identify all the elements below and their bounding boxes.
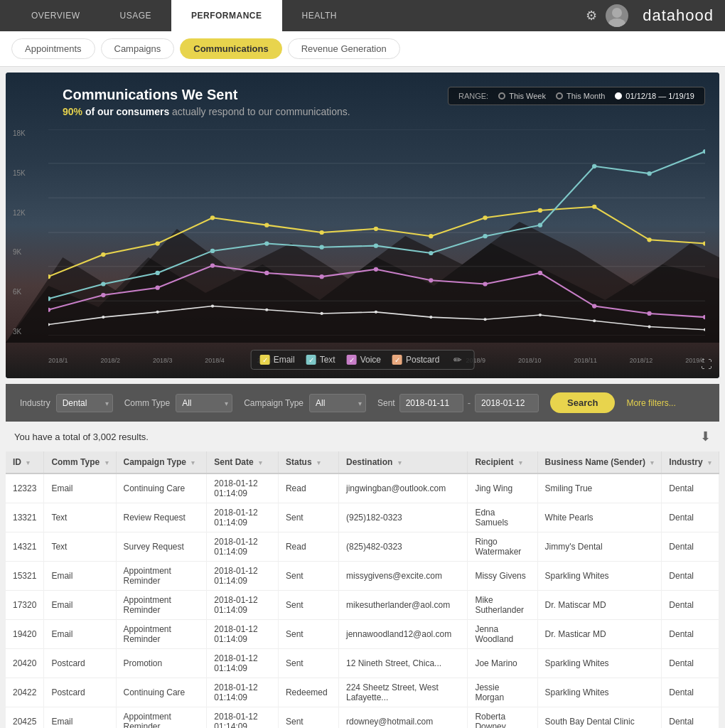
chart-subtitle-text: of our consumers <box>85 106 169 117</box>
svg-point-13 <box>155 241 159 245</box>
edit-legend-icon[interactable]: ✏ <box>451 354 465 365</box>
col-recipient[interactable]: Recipient ▾ <box>468 451 537 473</box>
col-sent-date[interactable]: Sent Date ▾ <box>207 451 279 473</box>
svg-point-56 <box>375 311 377 314</box>
range-date-range[interactable]: 01/12/18 — 1/19/19 <box>615 92 694 100</box>
cell-sent-date: 2018-01-12 01:14:09 <box>207 620 279 649</box>
col-industry[interactable]: Industry ▾ <box>662 451 719 473</box>
date-from-input[interactable] <box>399 394 463 412</box>
search-button[interactable]: Search <box>550 392 615 413</box>
tab-communications[interactable]: Communications <box>180 38 281 59</box>
cell-status: Sent <box>278 707 338 729</box>
svg-point-48 <box>647 311 651 316</box>
campaign-type-filter: Campaign Type All <box>244 394 366 412</box>
legend-voice[interactable]: ✓ Voice <box>347 355 381 365</box>
avatar[interactable] <box>606 4 628 27</box>
col-destination[interactable]: Destination ▾ <box>339 451 468 473</box>
svg-point-50 <box>48 323 50 326</box>
legend-text[interactable]: ✓ Text <box>306 355 335 365</box>
cell-recipient: Jenna Woodland <box>468 620 537 649</box>
col-business[interactable]: Business Name (Sender) ▾ <box>537 451 662 473</box>
svg-point-17 <box>374 227 378 231</box>
cell-comm-type: Email <box>44 620 116 649</box>
svg-point-0 <box>612 8 622 18</box>
tab-campaigns[interactable]: Campaigns <box>101 38 175 59</box>
nav-usage[interactable]: USAGE <box>100 0 171 31</box>
table-row: 19420 Email Appointment Reminder 2018-01… <box>6 620 719 649</box>
svg-point-33 <box>538 223 542 228</box>
x-label-10: 2018/10 <box>518 357 542 364</box>
tab-appointments[interactable]: Appointments <box>11 38 95 59</box>
cell-comm-type: Text <box>44 503 116 532</box>
range-date-range-label: 01/12/18 — 1/19/19 <box>625 92 694 100</box>
sent-date-filter: Sent - <box>377 394 539 412</box>
campaign-type-select[interactable]: All <box>309 394 366 412</box>
x-label-11: 2018/11 <box>574 357 597 364</box>
legend-email[interactable]: ✓ Email <box>260 355 295 365</box>
legend-postcard[interactable]: ✓ Postcard <box>392 355 439 365</box>
svg-point-59 <box>539 314 542 316</box>
y-label-6k: 6K <box>13 288 26 296</box>
industry-filter: Industry Dental <box>20 394 113 412</box>
gear-icon[interactable]: ⚙ <box>586 8 597 23</box>
svg-point-37 <box>48 308 50 312</box>
download-icon[interactable]: ⬇ <box>700 429 711 444</box>
more-filters-link[interactable]: More filters... <box>626 398 675 408</box>
comm-type-select[interactable]: All <box>176 394 232 412</box>
range-this-month[interactable]: This Month <box>556 92 605 100</box>
range-this-month-label: This Month <box>566 92 605 100</box>
x-label-1: 2018/1 <box>48 357 68 364</box>
svg-point-49 <box>703 315 705 319</box>
legend-email-label: Email <box>274 355 295 365</box>
svg-point-39 <box>155 286 159 290</box>
nav-health[interactable]: HEALTH <box>282 0 357 31</box>
svg-point-46 <box>538 271 542 275</box>
col-comm-type[interactable]: Comm Type ▾ <box>44 451 116 473</box>
y-label-9k: 9K <box>13 248 26 256</box>
cell-id: 17320 <box>6 591 44 620</box>
chart-legend: ✓ Email ✓ Text ✓ Voice ✓ Postcard ✏ <box>251 350 475 370</box>
svg-point-14 <box>210 215 215 220</box>
tab-revenue-generation[interactable]: Revenue Generation <box>288 38 400 59</box>
cell-comm-type: Email <box>44 707 116 729</box>
radio-date-range <box>615 92 622 100</box>
cell-comm-type: Email <box>44 473 116 503</box>
cell-campaign-type: Continuing Care <box>116 473 207 503</box>
data-table-container: ID ▾ Comm Type ▾ Campaign Type ▾ Sent Da… <box>6 451 719 728</box>
cell-recipient: Mike Sutherlander <box>468 591 537 620</box>
svg-point-25 <box>101 282 105 286</box>
table-row: 17320 Email Appointment Reminder 2018-01… <box>6 591 719 620</box>
date-to-input[interactable] <box>475 394 539 412</box>
cell-campaign-type: Appointment Reminder <box>116 591 207 620</box>
cell-comm-type: Postcard <box>44 649 116 678</box>
legend-postcard-label: Postcard <box>406 355 439 365</box>
svg-point-26 <box>155 271 159 275</box>
cell-destination: (925)182-0323 <box>339 503 468 532</box>
industry-select[interactable]: Dental <box>56 394 113 412</box>
cell-campaign-type: Promotion <box>116 649 207 678</box>
nav-overview[interactable]: OVERVIEW <box>11 0 100 31</box>
svg-point-35 <box>647 171 651 176</box>
table-header: ID ▾ Comm Type ▾ Campaign Type ▾ Sent Da… <box>6 451 719 473</box>
chart-subtitle: 90% of our consumers actually respond to… <box>63 106 698 117</box>
col-id[interactable]: ID ▾ <box>6 451 44 473</box>
cell-industry: Dental <box>662 591 719 620</box>
col-campaign-type[interactable]: Campaign Type ▾ <box>116 451 207 473</box>
cell-business: Dr. Masticar MD <box>537 620 662 649</box>
range-this-week[interactable]: This Week <box>498 92 546 100</box>
cell-sent-date: 2018-01-12 01:14:09 <box>207 532 279 562</box>
svg-point-57 <box>429 316 432 318</box>
cell-industry: Dental <box>662 649 719 678</box>
campaign-type-label: Campaign Type <box>244 398 304 408</box>
cell-business: South Bay Dental Clinic <box>537 707 662 729</box>
cell-campaign-type: Continuing Care <box>116 678 207 707</box>
cell-recipient: Jing Wing <box>468 473 537 503</box>
svg-point-45 <box>483 282 487 286</box>
nav-performance[interactable]: PERFORMANCE <box>171 0 282 31</box>
cell-business: Dr. Matiscar MD <box>537 591 662 620</box>
cell-sent-date: 2018-01-12 01:14:09 <box>207 591 279 620</box>
col-status[interactable]: Status ▾ <box>278 451 338 473</box>
svg-point-42 <box>319 274 323 279</box>
fullscreen-icon[interactable]: ⛶ <box>701 358 712 371</box>
cell-status: Sent <box>278 562 338 591</box>
